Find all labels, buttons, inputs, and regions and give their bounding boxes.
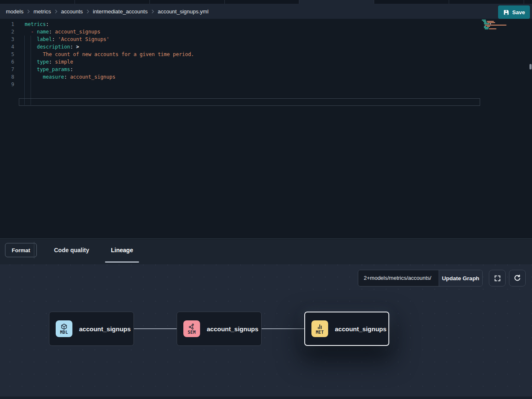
code-line: 4 description: > (0, 43, 532, 51)
chevron-right-icon (27, 9, 30, 14)
editor-scrollbar[interactable] (529, 64, 532, 69)
code-lines: 1metrics:2 - name: account_signups3 labe… (0, 20, 532, 88)
line-number: 3 (0, 36, 14, 43)
breadcrumb-item[interactable]: models (6, 8, 23, 15)
lineage-selector-input[interactable]: 2+models/metrics/accounts/ (358, 270, 439, 286)
node-label: account_signups (79, 325, 131, 332)
node-badge-met: MET (311, 320, 328, 337)
breadcrumb-bar: modelsmetricsaccountsintermediate_accoun… (0, 4, 532, 19)
metric-chart-icon (316, 323, 323, 330)
chevron-right-icon (86, 9, 90, 14)
divider (34, 242, 34, 258)
editor-tab[interactable] (374, 0, 449, 4)
line-number: 8 (0, 73, 14, 81)
lineage-edge (262, 328, 304, 329)
update-graph-button[interactable]: Update Graph (439, 270, 482, 286)
tab-code-quality[interactable]: Code quality (43, 239, 100, 261)
node-badge-label: MDL (60, 330, 68, 335)
semantic-network-icon (188, 323, 195, 330)
save-icon (503, 9, 509, 15)
model-cube-icon (61, 323, 67, 330)
breadcrumb-item[interactable]: intermediate_accounts (93, 8, 148, 15)
code-line: 7 type_params: (0, 66, 532, 73)
code-line: 2 - name: account_signups (0, 28, 532, 36)
editor-tab[interactable] (299, 0, 374, 4)
chevron-right-icon (54, 9, 58, 14)
app-root: modelsmetricsaccountsintermediate_accoun… (0, 0, 532, 399)
line-number: 1 (0, 20, 14, 28)
fullscreen-button[interactable] (489, 270, 506, 286)
code-line: 9 (0, 81, 532, 88)
node-badge-mdl: MDL (56, 320, 72, 337)
line-number: 4 (0, 43, 14, 51)
save-button[interactable]: Save (498, 5, 530, 19)
lineage-node-mdl[interactable]: MDLaccount_signups (49, 312, 134, 346)
line-number: 6 (0, 58, 14, 66)
breadcrumb-item[interactable]: accounts (61, 8, 83, 15)
panel-tabs: Code qualityLineage (43, 239, 144, 261)
editor-tab[interactable] (0, 0, 75, 4)
lineage-canvas[interactable]: 2+models/metrics/accounts/ Update Graph (0, 264, 532, 399)
minimap[interactable] (482, 20, 509, 30)
maximize-icon (494, 275, 501, 282)
chevron-right-icon (151, 9, 154, 14)
bottom-panel: Format Code qualityLineage 2+models/metr… (0, 239, 532, 399)
breadcrumb-item[interactable]: metrics (33, 8, 51, 15)
code-line: 5 The count of new accounts for a given … (0, 51, 532, 58)
panel-header: Format Code qualityLineage (0, 239, 532, 264)
code-line: 3 label: 'Account Signups' (0, 36, 532, 43)
line-number: 7 (0, 66, 14, 73)
breadcrumb-item[interactable]: account_signups.yml (158, 8, 208, 15)
lineage-edge (134, 328, 177, 329)
node-label: account_signups (335, 325, 386, 332)
format-button[interactable]: Format (5, 243, 37, 257)
code-line: 1metrics: (0, 20, 532, 28)
editor-tab[interactable] (449, 0, 524, 4)
code-editor[interactable]: 1metrics:2 - name: account_signups3 labe… (0, 19, 532, 239)
lineage-selector-group: 2+models/metrics/accounts/ Update Graph (358, 270, 483, 286)
editor-tab[interactable] (150, 0, 225, 4)
breadcrumb: modelsmetricsaccountsintermediate_accoun… (6, 8, 208, 15)
tab-strip-filler (524, 0, 532, 4)
lineage-node-sem[interactable]: SEMaccount_signups (177, 312, 262, 346)
code-line: 6 type: simple (0, 58, 532, 66)
editor-tab-strip (0, 0, 532, 4)
line-number: 2 (0, 28, 14, 36)
save-label: Save (512, 9, 525, 15)
lineage-node-met[interactable]: METaccount_signups (304, 312, 389, 346)
line-number: 5 (0, 51, 14, 58)
node-badge-label: SEM (188, 330, 196, 335)
line-number: 9 (0, 81, 14, 88)
editor-tab[interactable] (225, 0, 300, 4)
current-line-highlight (19, 98, 480, 106)
node-badge-sem: SEM (183, 320, 200, 337)
refresh-button[interactable] (509, 270, 526, 286)
code-line: 8 measure: account_signups (0, 73, 532, 81)
tab-lineage[interactable]: Lineage (100, 239, 144, 261)
refresh-icon (514, 274, 521, 282)
editor-tab[interactable] (75, 0, 150, 4)
node-badge-label: MET (316, 330, 324, 335)
node-label: account_signups (207, 325, 258, 332)
